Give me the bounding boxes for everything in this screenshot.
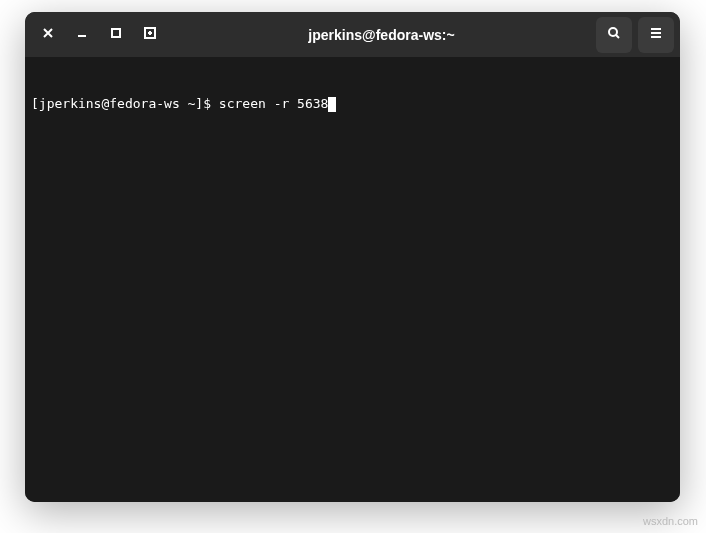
- close-button[interactable]: [31, 18, 65, 52]
- minimize-button[interactable]: [65, 18, 99, 52]
- maximize-button[interactable]: [99, 18, 133, 52]
- terminal-body[interactable]: [jperkins@fedora-ws ~]$ screen -r 5638: [25, 58, 680, 502]
- prompt-line: [jperkins@fedora-ws ~]$ screen -r 5638: [31, 96, 674, 113]
- new-tab-icon: [142, 25, 158, 44]
- terminal-window: jperkins@fedora-ws:~ [jperkins@fedora-ws…: [25, 12, 680, 502]
- minimize-icon: [74, 25, 90, 44]
- svg-point-2: [609, 28, 617, 36]
- search-icon: [606, 25, 622, 44]
- window-controls-right: [596, 17, 674, 53]
- new-tab-button[interactable]: [133, 18, 167, 52]
- menu-button[interactable]: [638, 17, 674, 53]
- svg-rect-0: [112, 29, 120, 37]
- cursor-icon: [328, 97, 336, 112]
- watermark: wsxdn.com: [643, 515, 698, 527]
- search-button[interactable]: [596, 17, 632, 53]
- window-title: jperkins@fedora-ws:~: [167, 27, 596, 43]
- hamburger-icon: [648, 25, 664, 44]
- close-icon: [40, 25, 56, 44]
- shell-prompt: [jperkins@fedora-ws ~]$: [31, 96, 219, 113]
- titlebar: jperkins@fedora-ws:~: [25, 12, 680, 58]
- window-controls-left: [31, 18, 167, 52]
- maximize-icon: [108, 25, 124, 44]
- command-text: screen -r 5638: [219, 96, 329, 113]
